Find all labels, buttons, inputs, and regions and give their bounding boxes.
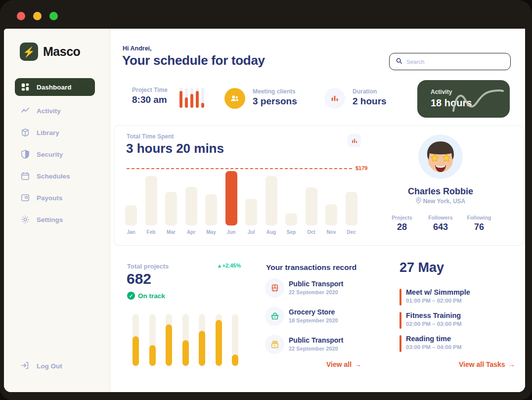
search-icon — [396, 57, 402, 66]
transaction-name: Public Transport — [289, 336, 343, 344]
transaction-date: 22 September 2020 — [289, 346, 338, 352]
people-icon — [224, 88, 245, 109]
sidebar-item-schedules[interactable]: Schedules — [4, 165, 110, 187]
projects-chart-bar-fill — [133, 336, 139, 366]
zoom-window-button[interactable] — [49, 12, 58, 20]
search-box[interactable] — [389, 53, 511, 70]
sidebar-item-activity[interactable]: Activity — [4, 100, 110, 122]
task-row[interactable]: Meet w/ Simmmple 01:00 PM – 02:00 PM — [399, 288, 513, 306]
transaction-row[interactable]: Grocery Store 18 September 2020 — [265, 307, 394, 326]
time-chart-bar — [306, 187, 317, 225]
check-circle-icon: ✓ — [127, 292, 135, 300]
wallet-icon — [265, 335, 284, 354]
status-badge: ✓ On track — [127, 292, 165, 300]
activity-card[interactable]: Activity 18 hours — [417, 80, 510, 118]
task-time: 03:00 PM – 04:00 PM — [406, 344, 462, 350]
sidebar-item-label: Activity — [37, 107, 61, 115]
task-accent-bar — [399, 289, 401, 306]
grid-icon — [21, 83, 30, 91]
projects-delta: ▴ +2.45% — [218, 263, 241, 269]
profile-location: New York, USA — [391, 197, 490, 205]
stat-label: Meeting clients — [253, 88, 297, 95]
task-row[interactable]: Fitness Training 02:00 PM – 03:00 PM — [399, 311, 513, 329]
projects-chart-bar-fill — [166, 324, 172, 366]
main-content: Hi Andrei, Your schedule for today Proje… — [110, 29, 525, 392]
task-title: Meet w/ Simmmple — [406, 288, 470, 296]
sidebar-item-label: Dashboard — [37, 84, 72, 91]
sidebar-nav: Dashboard Activity Library — [4, 78, 110, 230]
search-input[interactable] — [406, 59, 504, 65]
view-all-transactions-link[interactable]: View all→ — [326, 360, 361, 368]
mini-bar-fill — [179, 91, 182, 108]
sidebar-item-settings[interactable]: Settings — [4, 209, 110, 230]
profile-stats: Projects 28 Followers 643 Following 76 — [387, 215, 494, 232]
profile-name: Charles Robbie — [391, 186, 490, 197]
wave-line-icon — [449, 84, 505, 117]
time-chart-bar — [325, 204, 337, 225]
time-chart-bar — [185, 187, 197, 225]
window-frame: ⚡ Masco Dashboard Act — [0, 0, 532, 400]
time-chart-bar — [245, 199, 257, 225]
projects-chart-bar-fill — [182, 340, 189, 366]
transaction-name: Public Transport — [289, 280, 343, 288]
task-row[interactable]: Reading time 03:00 PM – 04:00 PM — [399, 335, 513, 353]
sidebar-item-dashboard[interactable]: Dashboard — [15, 78, 95, 96]
transaction-row[interactable]: Public Transport 22 September 2020 — [265, 335, 394, 355]
location-pin-icon — [416, 197, 421, 205]
arrow-right-icon: → — [508, 360, 515, 368]
mini-bar-fill — [190, 94, 193, 108]
sidebar-item-label: Schedules — [37, 173, 70, 180]
titlebar[interactable] — [0, 0, 532, 29]
sidebar-item-label: Library — [37, 129, 59, 136]
time-chart-bar — [225, 171, 237, 225]
minimize-window-button[interactable] — [33, 12, 42, 20]
transactions-title: Your transactions record — [266, 263, 356, 272]
mini-bar-fill — [196, 91, 199, 108]
task-title: Reading time — [406, 335, 451, 343]
greeting: Hi Andrei, — [123, 45, 152, 52]
logout-button[interactable]: Log Out — [21, 361, 62, 371]
lightning-icon: ⚡ — [20, 43, 38, 61]
projects-chart-bar-fill — [232, 355, 238, 366]
projects-chart-bar-fill — [216, 320, 222, 366]
profile-stat-following: Following 76 — [464, 215, 494, 232]
time-chart-bar — [205, 194, 217, 225]
sidebar-item-label: Settings — [37, 216, 63, 223]
sidebar-item-library[interactable]: Library — [4, 122, 110, 143]
tasks-date-title: 27 May — [399, 260, 444, 275]
mini-bar-fill — [201, 103, 204, 108]
task-title: Fitness Training — [406, 311, 461, 319]
line-chart-icon — [21, 106, 30, 115]
monthly-bar-chart: Jan Feb Mar Apr May Jun Jul Aug Sep Oct … — [125, 171, 365, 235]
bus-icon — [265, 278, 284, 298]
card-value: 3 hours 20 mins — [126, 141, 224, 156]
sidebar-item-label: Security — [37, 151, 63, 158]
projects-chart-bar-fill — [149, 345, 156, 366]
arrow-right-icon: → — [355, 360, 361, 368]
logout-label: Log Out — [37, 362, 62, 370]
threshold-label: $179 — [355, 165, 367, 171]
threshold-line — [127, 168, 352, 169]
logout-icon — [21, 361, 30, 371]
stat-project-time: Project Time 8:30 am — [132, 87, 168, 105]
transaction-date: 22 September 2020 — [289, 289, 338, 295]
bar-chart-icon — [324, 88, 345, 109]
chart-options-button[interactable] — [348, 134, 361, 147]
stat-label: Duration — [353, 88, 387, 95]
total-time-card: Total Time Spent 3 hours 20 mins $179 Ja… — [114, 125, 524, 246]
window-body: ⚡ Masco Dashboard Act — [4, 29, 525, 392]
transaction-row[interactable]: Public Transport 22 September 2020 — [265, 278, 394, 298]
sidebar-item-label: Payouts — [37, 194, 63, 202]
total-projects-label: Total projects — [127, 263, 169, 270]
view-all-tasks-link[interactable]: View all Tasks→ — [459, 360, 515, 368]
gear-icon — [21, 215, 30, 224]
sidebar-item-security[interactable]: Security — [4, 143, 110, 165]
brand-logo: ⚡ Masco — [20, 43, 80, 61]
sidebar-item-payouts[interactable]: Payouts — [4, 187, 110, 209]
close-window-button[interactable] — [17, 12, 25, 20]
avatar[interactable] — [418, 134, 463, 179]
transaction-name: Grocery Store — [289, 308, 335, 316]
time-chart-bar — [285, 213, 297, 225]
mini-bar-fill — [185, 97, 188, 108]
task-accent-bar — [399, 312, 401, 329]
